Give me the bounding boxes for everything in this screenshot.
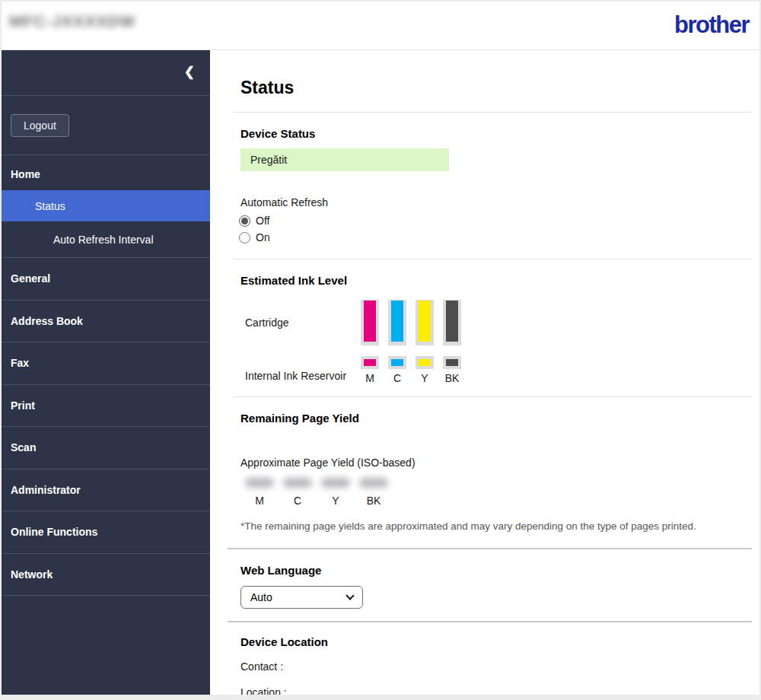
brother-logo: brother	[674, 11, 749, 39]
divider	[233, 112, 752, 113]
yield-value-redacted	[359, 478, 388, 488]
printer-model-name: MFC-JXXXXDW	[9, 12, 135, 30]
web-language-select[interactable]: Auto	[240, 586, 363, 609]
sidebar-item-auto-refresh-interval[interactable]: Auto Refresh Interval	[2, 221, 210, 258]
radio-label: Off	[256, 215, 269, 227]
automatic-refresh-option-on[interactable]: On	[239, 231, 752, 243]
divider	[228, 548, 752, 549]
yield-label: BK	[355, 495, 393, 507]
reservoir-bar-bk	[443, 356, 461, 369]
sidebar-item-label: Auto Refresh Interval	[53, 234, 154, 246]
radio-on[interactable]	[239, 232, 250, 243]
ink-level-table: Cartridge Internal Ink Reservoir MCYBK	[240, 300, 752, 384]
ink-color-labels: MCYBK	[361, 372, 461, 384]
ink-level-heading: Estimated Ink Level	[240, 274, 752, 287]
sidebar-item-administrator[interactable]: Administrator	[2, 469, 210, 512]
yield-value-redacted	[245, 478, 274, 488]
page-yield-heading: Remaining Page Yield	[240, 412, 752, 425]
sidebar-item-online-functions[interactable]: Online Functions	[2, 511, 210, 554]
reservoir-label: Internal Ink Reservoir	[240, 370, 361, 384]
cartridge-label: Cartridge	[240, 317, 361, 329]
yield-col-bk: BK	[355, 478, 393, 507]
yield-col-c: C	[279, 478, 317, 507]
sidebar-item-print[interactable]: Print	[2, 385, 210, 428]
collapse-sidebar-icon[interactable]: ❮	[184, 64, 195, 80]
yield-label: Y	[317, 495, 355, 507]
sidebar-item-address-book[interactable]: Address Book	[2, 301, 210, 343]
ink-fill	[446, 301, 458, 342]
page-yield-footnote: *The remaining page yields are approxima…	[240, 520, 752, 532]
web-language-heading: Web Language	[240, 564, 752, 577]
ink-fill	[391, 359, 403, 366]
web-language-selected-value: Auto	[250, 591, 347, 603]
logout-button[interactable]: Logout	[11, 114, 69, 137]
sidebar-collapse-row: ❮	[2, 50, 210, 96]
page-yield-subheading: Approximate Page Yield (ISO-based)	[240, 457, 752, 469]
reservoir-bars-and-labels: MCYBK	[361, 356, 461, 384]
page-bottom-edge	[2, 695, 759, 700]
cartridge-bars	[361, 300, 461, 345]
reservoir-bar-m	[361, 356, 379, 369]
sidebar-item-label: Home	[11, 168, 40, 180]
ink-fill	[391, 301, 403, 342]
device-status-value: Pregătit	[240, 148, 449, 171]
yield-value-redacted	[283, 478, 312, 488]
sidebar-item-label: Status	[35, 200, 65, 212]
contact-label: Contact :	[240, 660, 752, 673]
ink-fill	[364, 359, 376, 366]
chevron-down-icon	[345, 591, 354, 600]
header-bar: MFC-JXXXXDW brother	[2, 2, 759, 50]
sidebar-item-scan[interactable]: Scan	[2, 427, 210, 469]
logout-row: Logout	[2, 96, 210, 155]
cartridge-bar-c	[388, 300, 406, 345]
printer-web-page: MFC-JXXXXDW brother ❮ Logout Home Status…	[0, 0, 761, 700]
yield-value-redacted	[321, 478, 350, 488]
divider	[233, 259, 752, 259]
ink-fill	[364, 301, 376, 342]
device-location-heading: Device Location	[240, 635, 752, 648]
cartridge-bar-bk	[443, 300, 461, 345]
automatic-refresh-radio-group: OffOn	[239, 215, 752, 243]
yield-label: C	[279, 495, 317, 507]
device-status-heading: Device Status	[240, 127, 752, 140]
sidebar-nav: ❮ Logout Home Status Auto Refresh Interv…	[2, 50, 210, 695]
cartridge-bar-m	[361, 300, 379, 345]
divider	[233, 396, 752, 397]
ink-fill	[419, 359, 431, 366]
reservoir-bars	[361, 356, 461, 369]
ink-fill	[446, 359, 458, 366]
sidebar-item-status[interactable]: Status	[2, 190, 210, 221]
page-yield-values: MCYBK	[240, 478, 752, 507]
location-label: Location :	[240, 686, 752, 695]
sidebar-items-list: GeneralAddress BookFaxPrintScanAdministr…	[2, 258, 210, 596]
ink-color-label-c: C	[388, 372, 406, 384]
main-panel: Status Device Status Pregătit Automatic …	[210, 50, 759, 695]
sidebar-item-network[interactable]: Network	[2, 554, 210, 597]
ink-color-label-y: Y	[416, 372, 434, 384]
page-title: Status	[240, 78, 752, 98]
ink-fill	[419, 301, 431, 342]
yield-label: M	[240, 495, 279, 507]
radio-label: On	[256, 231, 270, 243]
yield-col-m: M	[240, 478, 279, 507]
ink-color-label-m: M	[361, 372, 379, 384]
automatic-refresh-option-off[interactable]: Off	[239, 215, 752, 227]
ink-color-label-bk: BK	[443, 372, 461, 384]
sidebar-item-home[interactable]: Home	[2, 155, 210, 190]
automatic-refresh-label: Automatic Refresh	[240, 196, 752, 208]
cartridge-bar-y	[416, 300, 434, 345]
reservoir-bar-c	[388, 356, 406, 369]
radio-off[interactable]	[239, 215, 250, 227]
reservoir-bar-y	[416, 356, 434, 369]
yield-col-y: Y	[317, 478, 355, 507]
sidebar-item-general[interactable]: General	[2, 258, 210, 301]
sidebar-item-fax[interactable]: Fax	[2, 342, 210, 385]
divider	[228, 621, 752, 622]
